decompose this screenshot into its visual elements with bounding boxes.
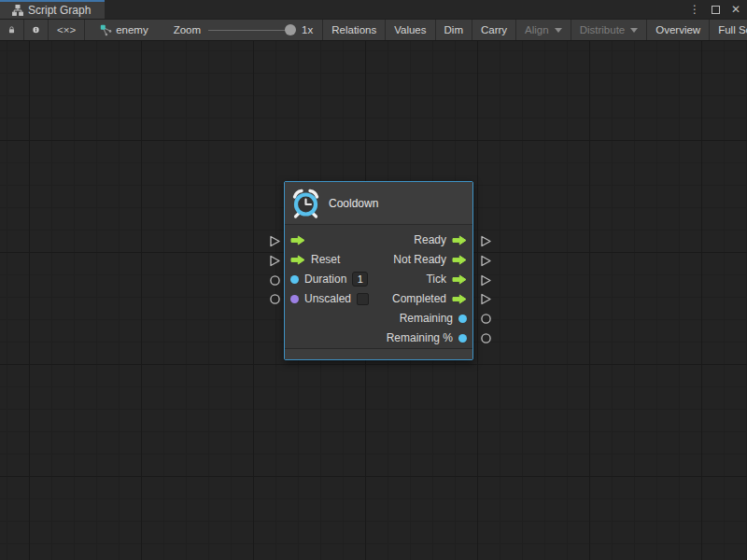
align-button[interactable]: Align [516,20,571,40]
alarm-clock-icon [290,188,321,219]
window-controls: ⋮ ✕ [687,0,743,19]
distribute-button[interactable]: Distribute [571,20,647,40]
full-screen-button[interactable]: Full Screen [710,20,747,40]
output-port-remaining[interactable]: Remaining [394,309,472,329]
node-body: Reset Duration 1 Unscaled Re [285,225,472,348]
external-flow-port[interactable] [269,255,281,267]
external-flow-port[interactable] [269,235,281,247]
zoom-label: Zoom [174,24,201,35]
node-header[interactable]: Cooldown [285,182,472,225]
zoom-control: Zoom 1x [157,20,323,40]
external-flow-port[interactable] [480,274,492,287]
graph-toolbar: <×> enemy Zoom 1x Relations Values Dim [0,19,747,41]
input-port-duration[interactable]: Duration 1 [285,270,374,289]
external-flow-port[interactable] [480,293,492,305]
zoom-slider[interactable] [208,30,294,31]
values-button[interactable]: Values [386,20,434,40]
lock-icon [8,24,15,35]
relations-button[interactable]: Relations [323,20,385,40]
graph-icon [100,24,112,36]
flow-arrow-icon [452,235,467,245]
flow-arrow-icon [290,255,305,265]
tab-script-graph[interactable]: Script Graph [0,0,105,19]
input-port-unscaled[interactable]: Unscaled [285,289,374,309]
graph-name: enemy [116,24,148,35]
output-port-ready[interactable]: Ready [408,231,472,250]
chevron-down-icon [555,28,562,33]
toolbar-right-group: Relations Values Dim Carry Align Distrib… [322,20,747,40]
lock-button[interactable] [0,20,23,40]
value-port-icon [290,275,299,284]
output-port-not-ready[interactable]: Not Ready [388,250,472,270]
unscaled-checkbox[interactable] [357,293,369,305]
graph-canvas[interactable]: Cooldown Reset [0,41,747,560]
flow-arrow-icon [452,255,467,265]
title-bar: Script Graph ⋮ ✕ [0,0,747,19]
input-port-enter[interactable] [285,231,317,250]
node-title: Cooldown [329,197,378,210]
tab-label: Script Graph [28,4,91,17]
flow-arrow-icon [290,235,305,245]
node-cooldown[interactable]: Cooldown Reset [284,181,473,360]
external-value-port[interactable] [269,274,281,287]
value-port-icon [458,315,467,323]
info-button[interactable] [24,20,48,40]
code-view-button[interactable]: <×> [49,20,84,40]
overview-button[interactable]: Overview [647,20,709,40]
close-icon[interactable]: ✕ [728,2,743,17]
output-port-tick[interactable]: Tick [420,270,472,289]
input-port-reset[interactable]: Reset [285,250,345,270]
node-footer [285,348,472,359]
input-ports: Reset Duration 1 Unscaled [285,231,374,348]
dim-button[interactable]: Dim [436,20,472,40]
value-port-icon [458,334,467,343]
output-ports: Ready Not Ready Tick [381,231,472,348]
carry-button[interactable]: Carry [472,20,515,40]
external-value-port[interactable] [480,332,492,344]
flow-arrow-icon [452,274,467,285]
chevron-down-icon [630,28,638,33]
script-graph-window: Script Graph ⋮ ✕ <×> [0,0,747,560]
duration-input[interactable]: 1 [352,272,368,287]
external-value-port[interactable] [480,313,492,325]
external-flow-port[interactable] [480,255,492,267]
zoom-value: 1x [302,24,313,35]
maximize-icon[interactable] [708,2,723,17]
info-icon [33,24,39,35]
external-value-port[interactable] [269,293,281,305]
zoom-slider-handle[interactable] [285,24,296,35]
more-menu-icon[interactable]: ⋮ [687,2,702,17]
value-port-icon [290,295,299,303]
output-port-completed[interactable]: Completed [387,289,472,309]
flow-arrow-icon [452,294,467,304]
graph-breadcrumb[interactable]: enemy [85,20,157,40]
external-flow-port[interactable] [480,235,492,247]
hierarchy-icon [12,5,23,16]
output-port-remaining-pct[interactable]: Remaining % [381,329,472,348]
